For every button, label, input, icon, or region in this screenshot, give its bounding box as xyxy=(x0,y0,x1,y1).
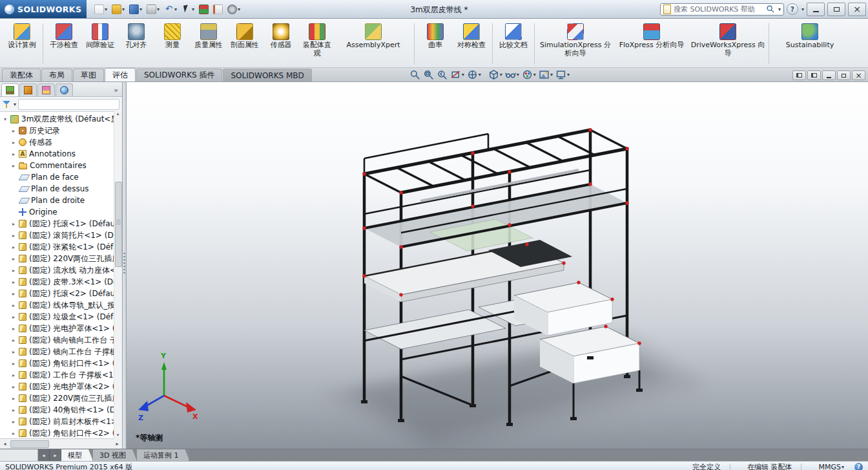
filter-input[interactable] xyxy=(18,99,119,110)
tree-item[interactable]: Plan de dessus xyxy=(0,183,122,195)
expander-icon[interactable] xyxy=(11,256,16,262)
scroll-up-arrow[interactable] xyxy=(114,111,121,118)
minimize-button[interactable] xyxy=(807,3,825,16)
scrollbar-thumb[interactable] xyxy=(10,440,49,448)
new-document-button[interactable] xyxy=(93,3,108,16)
tree-item[interactable]: (固定) 前后封木板件<1> xyxy=(0,416,122,427)
expander-icon[interactable] xyxy=(11,372,16,378)
expander-icon[interactable] xyxy=(11,128,16,134)
tab-model[interactable]: 模型 xyxy=(61,449,93,461)
tree-item[interactable]: (固定) 托滚<2> (Défaut xyxy=(0,288,122,299)
tree-item[interactable]: Annotations xyxy=(0,148,122,160)
expander-icon[interactable] xyxy=(3,116,8,122)
tab-configuration-manager[interactable] xyxy=(37,83,55,96)
assembly-visualization-button[interactable]: 装配体直观 xyxy=(299,21,335,59)
options-button[interactable] xyxy=(226,3,242,16)
tab-scroll-right-button[interactable] xyxy=(50,449,61,461)
tree-item[interactable]: (固定) 工作台 子撑板<1 xyxy=(0,369,122,381)
pane-right-button[interactable] xyxy=(807,70,821,80)
view-orientation-button[interactable] xyxy=(466,69,482,81)
doc-restore-button[interactable] xyxy=(837,70,851,80)
previous-view-button[interactable] xyxy=(435,69,449,81)
design-study-button[interactable]: 设计算例 xyxy=(4,21,40,52)
view-settings-button[interactable] xyxy=(554,69,571,81)
curvature-button[interactable]: 曲率 xyxy=(417,21,453,52)
tree-item[interactable]: (固定) 流水线 动力座体< xyxy=(0,264,122,276)
rebuild-button[interactable] xyxy=(198,3,210,16)
scrollbar-thumb[interactable] xyxy=(115,182,122,267)
tab-motion-study[interactable]: 运动算例 1 xyxy=(137,449,190,461)
expander-icon[interactable] xyxy=(11,233,16,239)
expander-icon[interactable] xyxy=(11,349,16,355)
panel-overflow-button[interactable] xyxy=(114,86,122,96)
tab-scroll-left-button[interactable] xyxy=(38,449,50,461)
tab-layout[interactable]: 布局 xyxy=(41,69,72,81)
measure-button[interactable]: 测量 xyxy=(154,21,191,52)
expander-icon[interactable] xyxy=(11,361,16,367)
expander-icon[interactable] xyxy=(11,151,16,157)
expander-icon[interactable] xyxy=(11,326,16,332)
display-style-button[interactable] xyxy=(487,69,504,81)
expander-icon[interactable] xyxy=(11,268,16,273)
tree-item[interactable]: 历史记录 xyxy=(0,125,122,136)
scroll-right-arrow[interactable] xyxy=(112,440,122,449)
expander-icon[interactable] xyxy=(11,419,16,425)
units-selector[interactable]: MMGS xyxy=(818,463,841,470)
tab-sketch[interactable]: 草图 xyxy=(73,69,104,81)
close-button[interactable] xyxy=(848,3,866,16)
expander-icon[interactable] xyxy=(11,244,16,250)
tree-item[interactable]: (固定) 垃圾盒<1> (Défa xyxy=(0,311,122,323)
expander-icon[interactable] xyxy=(11,303,16,308)
status-help-icon[interactable] xyxy=(854,463,863,470)
open-button[interactable] xyxy=(110,3,126,16)
chevron-down-icon[interactable] xyxy=(842,464,844,470)
filter-funnel-icon[interactable] xyxy=(3,100,11,109)
tab-evaluate[interactable]: 评估 xyxy=(105,68,136,81)
expander-icon[interactable] xyxy=(11,396,16,401)
expander-icon[interactable] xyxy=(11,140,16,145)
expander-icon[interactable] xyxy=(11,221,16,227)
tree-item[interactable]: (固定) 镜向工作台 子撑板 xyxy=(0,346,122,358)
apply-scene-button[interactable] xyxy=(537,69,554,81)
doc-close-button[interactable] xyxy=(852,70,865,80)
expander-icon[interactable] xyxy=(11,163,16,169)
tree-item[interactable]: (固定) 光电护罩体<2> ( xyxy=(0,381,122,392)
tree-horizontal-scrollbar[interactable] xyxy=(0,438,122,449)
sustainability-button[interactable]: Sustainability xyxy=(772,21,848,52)
sensor-button[interactable]: 传感器 xyxy=(263,21,299,52)
search-icon[interactable] xyxy=(766,5,775,14)
model-canvas[interactable] xyxy=(127,82,868,449)
driveworksxpress-button[interactable]: DriveWorksXpress 向导 xyxy=(690,21,766,59)
tab-solidworks-mbd[interactable]: SOLIDWORKS MBD xyxy=(223,69,311,81)
doc-minimize-button[interactable] xyxy=(822,70,836,80)
tree-item[interactable]: (固定) 角铝封口件<2> ( xyxy=(0,427,122,438)
tree-item[interactable]: (固定) 220V两位三孔插座 xyxy=(0,253,122,264)
expander-icon[interactable] xyxy=(11,314,16,320)
tree-item[interactable]: (固定) 线体导轨_默认_按 xyxy=(0,299,122,311)
graphics-viewport[interactable]: Y X Z *等轴测 xyxy=(127,82,868,449)
tree-item[interactable]: (固定) 滚筒托片<1> (Dé xyxy=(0,230,122,241)
search-input[interactable]: 搜索 SOLIDWORKS 帮助 xyxy=(660,3,784,16)
section-view-button[interactable] xyxy=(449,69,466,81)
tree-item[interactable]: (固定) 镜向镜向工作台 子 xyxy=(0,334,122,346)
expander-icon[interactable] xyxy=(11,291,16,297)
hide-show-items-button[interactable] xyxy=(504,69,521,81)
tab-assembly[interactable]: 装配体 xyxy=(2,69,41,81)
chevron-down-icon[interactable] xyxy=(14,101,16,107)
hole-alignment-button[interactable]: 孔对齐 xyxy=(118,21,154,52)
tree-item[interactable]: Commentaires xyxy=(0,160,122,171)
zoom-fit-button[interactable] xyxy=(408,69,422,81)
interference-check-button[interactable]: 干涉检查 xyxy=(46,21,82,52)
tab-property-manager[interactable] xyxy=(19,83,37,96)
expander-icon[interactable] xyxy=(11,384,16,390)
tab-solidworks-addins[interactable]: SOLIDWORKS 插件 xyxy=(136,69,222,81)
compare-documents-button[interactable]: 比较文档 xyxy=(495,21,532,52)
tree-item[interactable]: (固定) 光电护罩体<1> ( xyxy=(0,323,122,334)
tree-item[interactable]: (固定) 角铝封口件<1> ( xyxy=(0,358,122,369)
expander-icon[interactable] xyxy=(11,407,16,413)
expander-icon[interactable] xyxy=(11,337,16,343)
chevron-down-icon[interactable] xyxy=(801,6,804,12)
section-properties-button[interactable]: 剖面属性 xyxy=(227,21,263,52)
tree-item[interactable]: (固定) 220V两位三孔插座 xyxy=(0,392,122,404)
save-button[interactable] xyxy=(128,3,143,16)
